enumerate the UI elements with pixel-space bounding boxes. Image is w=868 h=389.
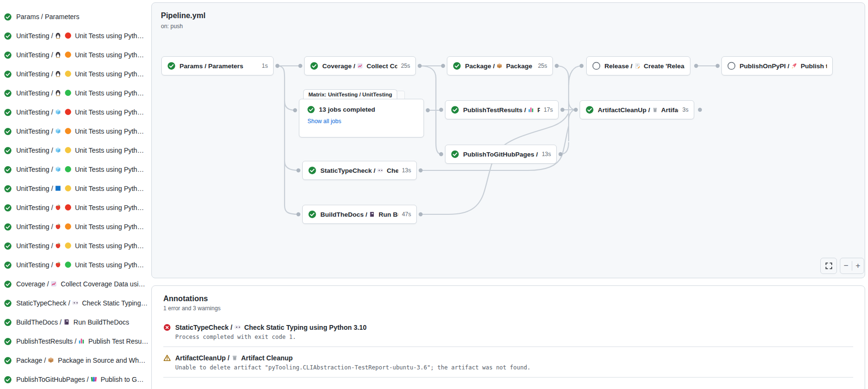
node-label: Release / Create 'Release P… xyxy=(604,63,685,70)
node-label: PublishToGitHubPages / … xyxy=(463,151,538,158)
eyes-icon xyxy=(234,324,241,331)
job-name: ArtifactCleanUp / xyxy=(175,354,230,362)
node-duration: 47s xyxy=(402,211,411,218)
node-release[interactable]: Release / Create 'Release P… xyxy=(586,56,690,75)
zoom-button-group: − + xyxy=(840,258,864,274)
eyes-icon xyxy=(72,299,79,306)
step-name: Unit Tests using Pyth… xyxy=(73,51,144,59)
package-icon xyxy=(47,357,54,364)
job-name: ArtifactCleanUp / xyxy=(598,106,650,114)
job-name: Params / Parameters xyxy=(180,63,243,70)
sidebar-job-item[interactable]: PublishToGitHubPages / Publish to G… xyxy=(0,370,149,389)
success-icon xyxy=(308,210,317,219)
success-icon xyxy=(307,105,315,114)
annotation-header: ArtifactCleanUp / Artifact Cleanup xyxy=(163,354,853,362)
sidebar-job-label: UnitTesting / Unit Tests using Pyth… xyxy=(16,51,144,59)
package-icon xyxy=(496,63,503,69)
error-icon xyxy=(163,324,171,331)
job-name: Package / xyxy=(16,357,46,364)
node-duration: 13s xyxy=(402,167,411,174)
job-name: UnitTesting / xyxy=(16,89,53,97)
matrix-card[interactable]: 13 jobs completed Show all jobs xyxy=(299,99,424,137)
sidebar-job-item[interactable]: UnitTesting / Unit Tests using Pyth… xyxy=(0,64,149,84)
sidebar-job-item[interactable]: UnitTesting / Unit Tests using Pyth… xyxy=(0,179,149,198)
node-package[interactable]: Package / Package in So…25s xyxy=(447,56,553,75)
sidebar-job-item[interactable]: UnitTesting / Unit Tests using Pyth… xyxy=(0,45,149,64)
success-icon xyxy=(308,166,317,175)
success-icon xyxy=(4,127,12,136)
annotation-job-link[interactable]: ArtifactCleanUp / Artifact Cleanup xyxy=(175,354,293,362)
annotation-job-link[interactable]: StaticTypeCheck / Check Static Typing us… xyxy=(175,324,367,331)
eyes-icon xyxy=(377,167,383,174)
step-name: Create 'Release P… xyxy=(642,63,685,70)
job-name: PublishOnPyPI / xyxy=(740,63,789,70)
sidebar-job-item[interactable]: StaticTypeCheck / Check Static Typing… xyxy=(0,294,149,313)
sidebar-job-item[interactable]: Package / Package in Source and Wh… xyxy=(0,351,149,370)
sidebar-job-label: Coverage / Collect Coverage Data usi… xyxy=(16,280,145,288)
step-name: Check Static Typing… xyxy=(80,299,148,307)
sidebar-job-item[interactable]: UnitTesting / Unit Tests using Pyth… xyxy=(0,198,149,217)
node-duration: 25s xyxy=(538,63,547,69)
sidebar-job-item[interactable]: UnitTesting / Unit Tests using Pyth… xyxy=(0,255,149,274)
node-label: PublishTestResults / Pu… xyxy=(463,106,540,114)
job-name: BuildTheDocs / xyxy=(16,318,62,326)
node-coverage[interactable]: Coverage / Collect Cove…25s xyxy=(304,56,416,75)
node-params[interactable]: Params / Parameters1s xyxy=(161,56,274,75)
job-name: Coverage / xyxy=(16,280,49,288)
sidebar-job-item[interactable]: UnitTesting / Unit Tests using Pyth… xyxy=(0,26,149,45)
sidebar-job-item[interactable]: PublishTestResults / Publish Test Resu… xyxy=(0,332,149,351)
node-publish-to-ghpages[interactable]: PublishToGitHubPages / …13s xyxy=(445,145,557,164)
annotation-header: StaticTypeCheck / Check Static Typing us… xyxy=(163,324,853,331)
skipped-icon xyxy=(727,62,736,70)
sidebar-job-item[interactable]: UnitTesting / Unit Tests using Pyth… xyxy=(0,103,149,122)
job-name: UnitTesting / xyxy=(16,223,53,231)
node-duration: 17s xyxy=(544,106,553,113)
success-icon xyxy=(4,299,12,307)
sidebar-job-item[interactable]: UnitTesting / Unit Tests using Pyth… xyxy=(0,84,149,103)
show-all-jobs-link[interactable]: Show all jobs xyxy=(307,118,341,125)
node-build-the-docs[interactable]: BuildTheDocs / Run Buil…47s xyxy=(302,205,417,224)
fullscreen-button[interactable] xyxy=(820,258,837,274)
job-name: UnitTesting / xyxy=(16,108,53,116)
node-artifact-cleanup[interactable]: ArtifactCleanUp / Artifac…3s xyxy=(580,100,694,119)
sidebar-job-item[interactable]: Coverage / Collect Coverage Data usi… xyxy=(0,274,149,294)
workflow-graph-edges xyxy=(152,3,865,278)
step-name: Unit Tests using Pyth… xyxy=(73,185,144,192)
step-name: Unit Tests using Pyth… xyxy=(73,166,144,173)
step-name: Unit Tests using Pyth… xyxy=(73,147,144,154)
step-name: Collect Coverage Data usi… xyxy=(59,280,145,288)
sidebar-job-label: PublishToGitHubPages / Publish to G… xyxy=(16,376,144,383)
fullscreen-icon xyxy=(825,262,833,270)
sidebar-job-label: UnitTesting / Unit Tests using Pyth… xyxy=(16,147,144,154)
step-name: Publish to G… xyxy=(99,376,144,383)
sidebar-job-item[interactable]: UnitTesting / Unit Tests using Pyth… xyxy=(0,141,149,160)
sidebar-job-item[interactable]: Params / Parameters xyxy=(0,7,149,26)
zoom-out-button[interactable]: − xyxy=(840,261,852,271)
sidebar-job-item[interactable]: UnitTesting / Unit Tests using Pyth… xyxy=(0,236,149,255)
sidebar-job-item[interactable]: UnitTesting / Unit Tests using Pyth… xyxy=(0,122,149,141)
wastebasket-icon xyxy=(231,354,238,361)
node-publish-on-pypi[interactable]: PublishOnPyPI / Publish to … xyxy=(721,56,833,75)
python-version-dot-icon xyxy=(65,32,71,39)
sidebar-job-label: UnitTesting / Unit Tests using Pyth… xyxy=(16,261,144,269)
sidebar-job-item[interactable]: UnitTesting / Unit Tests using Pyth… xyxy=(0,160,149,179)
success-icon xyxy=(4,242,12,250)
penguin-icon xyxy=(54,70,62,77)
step-name: Unit Tests using Pyth… xyxy=(73,127,144,135)
job-name: PublishTestResults / xyxy=(16,337,76,345)
zoom-in-button[interactable]: + xyxy=(852,261,864,271)
penguin-icon xyxy=(54,89,62,96)
job-name: StaticTypeCheck / xyxy=(16,299,70,307)
success-icon xyxy=(4,223,12,231)
success-icon xyxy=(4,280,12,288)
bar-chart-icon xyxy=(528,106,534,113)
node-label: Params / Parameters xyxy=(180,63,258,70)
sidebar-job-item[interactable]: UnitTesting / Unit Tests using Pyth… xyxy=(0,217,149,236)
sidebar-job-item[interactable]: BuildTheDocs / Run BuildTheDocs xyxy=(0,313,149,332)
job-name: Release / xyxy=(604,63,633,70)
job-name: BuildTheDocs / xyxy=(320,211,367,218)
sidebar-job-label: StaticTypeCheck / Check Static Typing… xyxy=(16,299,148,307)
node-static-type-check[interactable]: StaticTypeCheck / Chec…13s xyxy=(302,161,417,180)
node-publish-test-results[interactable]: PublishTestResults / Pu…17s xyxy=(445,100,559,119)
matrix-tab[interactable]: Matrix: UnitTesting / UnitTesting xyxy=(303,89,397,99)
